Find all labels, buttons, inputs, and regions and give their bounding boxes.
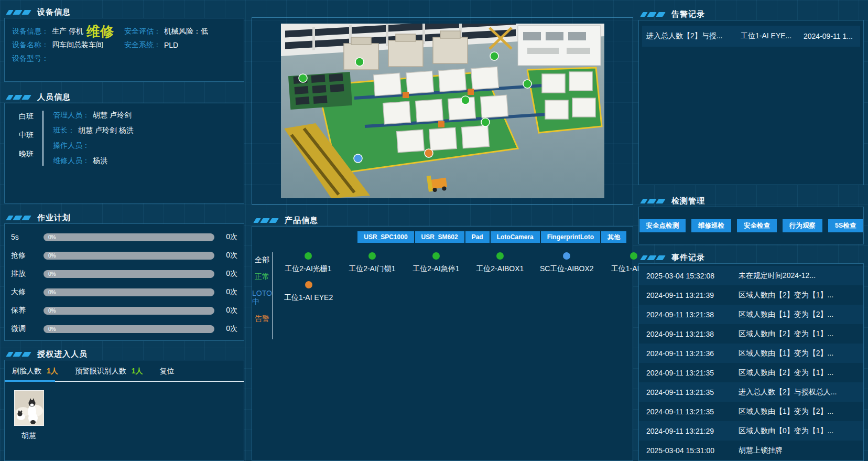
device-name-label: 设备名称：: [12, 40, 49, 50]
progress-percent: 0%: [48, 308, 56, 314]
event-description: 区域人数由【2】变为【1】...: [739, 291, 863, 300]
device-label: 工位2-AI光栅1: [285, 264, 331, 274]
section-marker-icon: [7, 95, 30, 100]
event-description: 区域人数由【2】变为【1】...: [739, 329, 863, 339]
status-dot-icon: [305, 281, 312, 288]
event-description: 区域人数由【1】变为【2】...: [739, 310, 863, 319]
five-s-check-button[interactable]: 5S检查: [828, 219, 863, 232]
pad-button[interactable]: Pad: [465, 231, 490, 243]
usr-spc1000-button[interactable]: USR_SPC1000: [357, 231, 414, 243]
status-dot-icon: [496, 252, 504, 260]
section-marker-icon: [7, 216, 30, 220]
loto-camera-button[interactable]: LotoCamera: [491, 231, 540, 243]
device-item[interactable]: 工位1-AI EYE2: [284, 281, 333, 303]
maintainer-label: 维修人员：: [53, 156, 90, 166]
device-label: 工位2-AI急停1: [413, 264, 459, 274]
device-item[interactable]: SC工位-AIBOX2: [540, 252, 594, 274]
event-row: 2024-09-11 13:21:35 区域人数由【2】变为【1】...: [639, 363, 863, 382]
alarm-records-title: 告警记录: [671, 9, 705, 19]
alarm-message: 进入总人数【2】与授...: [642, 31, 741, 41]
middle-column: 产品信息 USR_SPC1000 USR_SM602 Pad LotoCamer…: [252, 0, 633, 461]
filter-loto[interactable]: LOTO中: [252, 289, 272, 307]
section-marker-icon: [255, 218, 277, 223]
work-plan-count: 0次: [214, 287, 237, 297]
work-plan-label: 抢修: [11, 251, 44, 260]
filter-normal[interactable]: 正常: [255, 272, 269, 282]
shift-tab-day[interactable]: 白班: [10, 112, 42, 121]
left-column: 设备信息 设备信息： 生产 停机 维修 安全评估： 机械风险：低 设备名称： 四…: [4, 0, 244, 461]
device-label: 工位2-AIBOX1: [476, 264, 524, 274]
event-time: 2024-09-11 13:21:35: [639, 388, 739, 396]
device-label: SC工位-AIBOX2: [540, 264, 594, 274]
event-description: 胡慧上锁挂牌: [739, 446, 863, 455]
device-list: 工位2-AI光栅1 工位2-AI门锁1 工位2-AI急停1 工位2-AIBOX1: [273, 252, 658, 460]
warn-eye-count: 1人: [132, 367, 143, 376]
filter-all[interactable]: 全部: [255, 255, 269, 265]
event-description: 区域人数由【2】变为【1】...: [739, 368, 863, 378]
work-plan-count: 0次: [214, 269, 237, 278]
authorized-tabs: 刷脸人数 1人 预警眼识别人数 1人 复位: [5, 360, 244, 381]
work-plan-row: 大修 0% 0次: [11, 287, 237, 297]
event-records-title: 事件记录: [671, 253, 705, 263]
shift-tab-night[interactable]: 晚班: [10, 149, 42, 159]
manager-value: 胡慧 卢玲剑: [93, 111, 132, 120]
device-item[interactable]: 工位2-AIBOX1: [476, 252, 524, 274]
event-row: 2024-09-11 13:21:35 进入总人数【2】与授权总人...: [639, 382, 863, 402]
face-scan-tab[interactable]: 刷脸人数: [12, 367, 41, 376]
device-item[interactable]: 工位2-AI光栅1: [284, 252, 332, 274]
event-time: 2024-09-11 13:21:29: [639, 427, 739, 435]
progress-bar: 0%: [44, 233, 214, 241]
reset-button[interactable]: 复位: [160, 367, 175, 376]
progress-bar: 0%: [44, 270, 214, 278]
event-row: 2024-09-11 13:21:36 区域人数由【1】变为【2】...: [639, 344, 863, 363]
progress-percent: 0%: [48, 253, 56, 259]
event-description: 区域人数由【1】变为【2】...: [739, 349, 863, 358]
authorized-header: 授权进入人员: [4, 348, 244, 360]
authorized-title: 授权进入人员: [37, 349, 88, 359]
safety-eval-label: 安全评估：: [124, 27, 161, 36]
maintenance-patrol-button[interactable]: 维修巡检: [691, 219, 731, 232]
person-photo: [14, 390, 44, 426]
section-marker-icon: [7, 10, 30, 15]
foreman-label: 班长：: [53, 126, 75, 135]
other-button[interactable]: 其他: [601, 231, 626, 243]
device-model-label: 设备型号：: [12, 54, 49, 63]
authorized-person-card: 胡慧: [5, 382, 46, 441]
event-time: 2024-09-11 13:21:38: [639, 310, 739, 319]
event-time: 2025-03-04 15:32:08: [639, 272, 739, 280]
work-plan-label: 保养: [11, 306, 44, 315]
inspection-panel: 安全点检测 维修巡检 安全检查 行为观察 5S检查: [638, 207, 864, 244]
event-records-header: 事件记录: [638, 252, 864, 263]
status-dot-icon: [432, 252, 440, 260]
usr-sm602-button[interactable]: USR_SM602: [415, 231, 464, 243]
device-status-highlight: 维修: [86, 25, 114, 38]
event-description: 进入总人数【2】与授权总人...: [739, 388, 863, 397]
device-name-row: 设备名称： 四车间总装车间: [12, 38, 124, 52]
device-status-label: 设备信息：: [12, 27, 49, 36]
work-plan-label: 微调: [11, 324, 44, 334]
progress-percent: 0%: [48, 290, 56, 295]
work-plan-header: 作业计划: [4, 212, 244, 223]
warn-eye-tab[interactable]: 预警眼识别人数: [75, 367, 126, 376]
progress-bar: 0%: [44, 307, 214, 315]
work-plan-title: 作业计划: [37, 213, 71, 223]
safety-point-check-button[interactable]: 安全点检测: [639, 219, 686, 232]
shift-tab-middle[interactable]: 中班: [10, 131, 42, 140]
work-plan-row: 微调 0% 0次: [11, 324, 237, 334]
manager-label: 管理人员：: [53, 111, 90, 120]
safety-system-row: 安全系统： PLD: [124, 38, 236, 52]
device-item[interactable]: 工位2-AI门锁1: [348, 252, 396, 274]
event-time: 2025-03-04 15:31:00: [639, 446, 739, 455]
alarm-device: 工位1-AI EYE...: [741, 31, 804, 41]
event-row: 2025-03-04 15:32:08 未在规定时间2024-12...: [639, 266, 863, 285]
event-time: 2024-09-11 13:21:36: [639, 349, 739, 358]
event-time: 2024-09-11 13:21:35: [639, 369, 739, 377]
behavior-observation-button[interactable]: 行为观察: [783, 219, 822, 232]
safety-inspection-button[interactable]: 安全检查: [737, 219, 777, 232]
event-description: 未在规定时间2024-12...: [739, 271, 863, 281]
device-item[interactable]: 工位2-AI急停1: [412, 252, 460, 274]
fingerprint-loto-button[interactable]: FingerprintLoto: [541, 231, 600, 243]
device-row: 工位1-AI EYE2: [284, 281, 658, 303]
filter-alarm[interactable]: 告警: [255, 314, 269, 324]
authorized-panel: 刷脸人数 1人 预警眼识别人数 1人 复位: [4, 360, 244, 461]
